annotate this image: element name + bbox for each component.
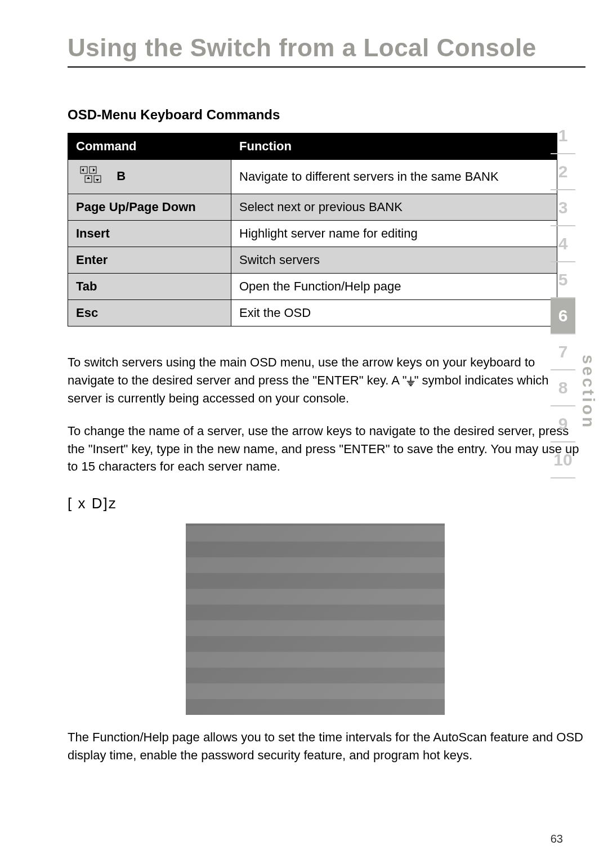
section-tab-6[interactable]: 6 xyxy=(551,298,575,333)
fn-cell: Navigate to different servers in the sam… xyxy=(231,160,557,194)
plug-icon: ⏚ xyxy=(407,373,414,387)
table-header-row: Command Function xyxy=(68,133,557,160)
fn-cell: Select next or previous BANK xyxy=(231,194,557,221)
table-row: B Navigate to different servers in the s… xyxy=(68,160,557,194)
commands-table: Command Function B xyxy=(68,133,557,326)
title-rule xyxy=(68,66,585,68)
cmd-cell: Esc xyxy=(68,300,231,326)
section-tab-7[interactable]: 7 xyxy=(546,334,580,369)
table-row: Enter Switch servers xyxy=(68,247,557,274)
section-tab-3[interactable]: 3 xyxy=(546,190,580,225)
section-tabs: 1 2 3 4 5 6 7 8 9 10 xyxy=(546,118,580,478)
section-tab-4[interactable]: 4 xyxy=(546,226,580,261)
code-snippet: [ x D]z xyxy=(68,495,563,512)
cmd-cell: Enter xyxy=(68,247,231,274)
fn-cell: Exit the OSD xyxy=(231,300,557,326)
table-row: Page Up/Page Down Select next or previou… xyxy=(68,194,557,221)
fn-cell: Open the Function/Help page xyxy=(231,274,557,300)
paragraph-3: The Function/Help page allows you to set… xyxy=(68,728,585,764)
section-tab-8[interactable]: 8 xyxy=(546,370,580,405)
cmd-cell: Insert xyxy=(68,221,231,247)
section-tab-2[interactable]: 2 xyxy=(546,154,580,189)
section-divider xyxy=(551,477,575,478)
fn-cell: Highlight server name for editing xyxy=(231,221,557,247)
paragraph-1: To switch servers using the main OSD men… xyxy=(68,354,569,408)
header-command: Command xyxy=(68,133,231,160)
section-tab-9[interactable]: 9 xyxy=(546,406,580,441)
section-tab-5[interactable]: 5 xyxy=(546,262,580,297)
paragraph-2: To change the name of a server, use the … xyxy=(68,422,585,476)
subheading: OSD-Menu Keyboard Commands xyxy=(68,107,563,123)
table-row: Esc Exit the OSD xyxy=(68,300,557,326)
cmd-cell: Tab xyxy=(68,274,231,300)
page-title: Using the Switch from a Local Console xyxy=(68,34,563,62)
section-label: section xyxy=(579,355,598,429)
table-row: Insert Highlight server name for editing xyxy=(68,221,557,247)
fn-cell: Switch servers xyxy=(231,247,557,274)
cmd-cell: B xyxy=(68,160,231,194)
arrow-keys-icon xyxy=(79,165,113,188)
cmd-label: B xyxy=(117,169,126,183)
header-function: Function xyxy=(231,133,557,160)
section-tab-1[interactable]: 1 xyxy=(546,118,580,153)
section-tab-10[interactable]: 10 xyxy=(546,442,580,477)
page-number: 63 xyxy=(551,833,563,845)
osd-screenshot xyxy=(186,524,445,715)
cmd-cell: Page Up/Page Down xyxy=(68,194,231,221)
table-row: Tab Open the Function/Help page xyxy=(68,274,557,300)
